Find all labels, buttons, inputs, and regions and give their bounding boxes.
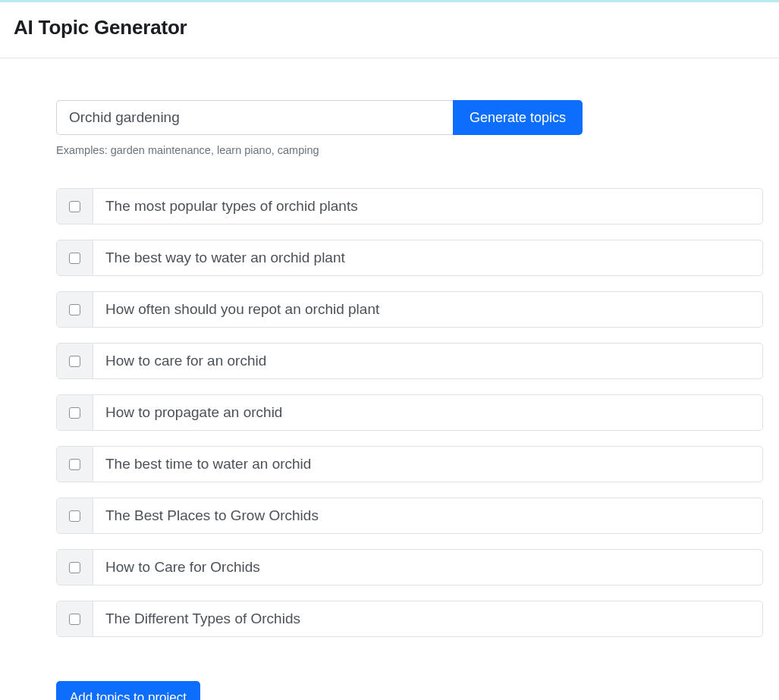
topic-label: How to Care for Orchids xyxy=(93,550,762,585)
add-topics-button[interactable]: Add topics to project xyxy=(56,681,200,700)
topic-checkbox[interactable] xyxy=(69,562,80,573)
topic-label: The best time to water an orchid xyxy=(93,447,762,482)
checkbox-cell xyxy=(57,395,93,430)
topic-checkbox[interactable] xyxy=(69,614,80,625)
checkbox-cell xyxy=(57,550,93,585)
topic-item: The Best Places to Grow Orchids xyxy=(56,498,763,534)
topic-input[interactable] xyxy=(56,100,453,135)
generate-topics-button[interactable]: Generate topics xyxy=(453,100,583,135)
checkbox-cell xyxy=(57,601,93,636)
topic-label: The Different Types of Orchids xyxy=(93,601,762,636)
topic-item: How to Care for Orchids xyxy=(56,549,763,585)
topic-item: The most popular types of orchid plants xyxy=(56,188,763,224)
examples-text: Examples: garden maintenance, learn pian… xyxy=(56,144,765,156)
topic-item: The best time to water an orchid xyxy=(56,446,763,482)
header: AI Topic Generator xyxy=(0,2,779,58)
page-title: AI Topic Generator xyxy=(14,16,765,39)
topic-label: How often should you repot an orchid pla… xyxy=(93,292,762,327)
topics-list: The most popular types of orchid plantsT… xyxy=(56,188,763,637)
top-accent-line xyxy=(0,0,779,2)
topic-label: The best way to water an orchid plant xyxy=(93,240,762,275)
topic-item: How often should you repot an orchid pla… xyxy=(56,291,763,328)
topic-item: How to care for an orchid xyxy=(56,343,763,379)
input-row: Generate topics xyxy=(56,100,583,135)
topic-checkbox[interactable] xyxy=(69,407,80,419)
topic-item: The best way to water an orchid plant xyxy=(56,240,763,276)
checkbox-cell xyxy=(57,189,93,224)
topic-checkbox[interactable] xyxy=(69,356,80,367)
topic-item: How to propagate an orchid xyxy=(56,394,763,431)
topic-label: The Best Places to Grow Orchids xyxy=(93,498,762,533)
topic-checkbox[interactable] xyxy=(69,253,80,264)
topic-item: The Different Types of Orchids xyxy=(56,601,763,637)
checkbox-cell xyxy=(57,292,93,327)
topic-label: How to care for an orchid xyxy=(93,344,762,378)
topic-checkbox[interactable] xyxy=(69,304,80,315)
checkbox-cell xyxy=(57,447,93,482)
topic-checkbox[interactable] xyxy=(69,510,80,522)
checkbox-cell xyxy=(57,344,93,378)
main-content: Generate topics Examples: garden mainten… xyxy=(0,58,779,700)
topic-label: How to propagate an orchid xyxy=(93,395,762,430)
topic-checkbox[interactable] xyxy=(69,201,80,212)
checkbox-cell xyxy=(57,498,93,533)
topic-checkbox[interactable] xyxy=(69,459,80,470)
topic-label: The most popular types of orchid plants xyxy=(93,189,762,224)
checkbox-cell xyxy=(57,240,93,275)
